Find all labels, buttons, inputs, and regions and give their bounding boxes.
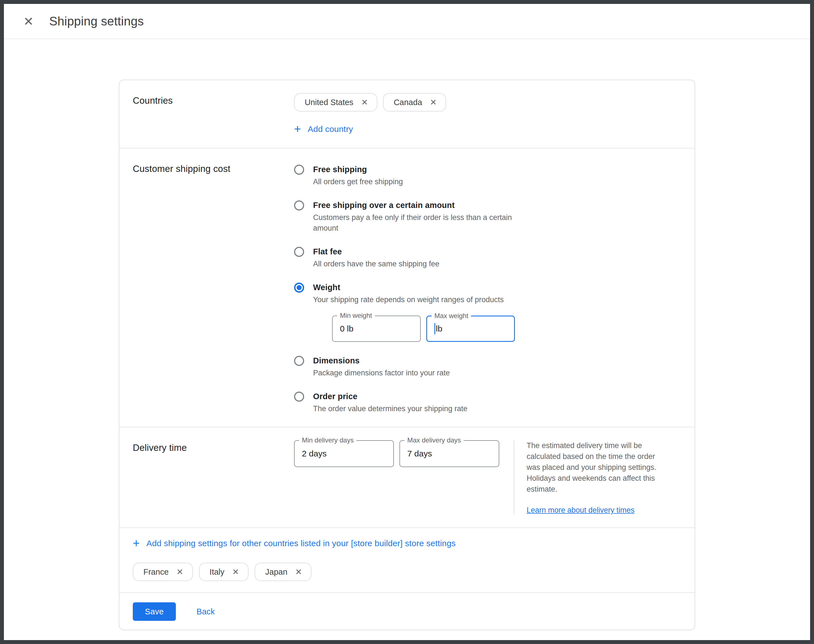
chip-label: Canada <box>394 98 422 107</box>
shipping-cost-options: Free shipping All orders get free shippi… <box>294 161 681 414</box>
max-weight-value: lb <box>434 323 442 334</box>
option-text: Free shipping All orders get free shippi… <box>313 164 403 187</box>
max-weight-suffix: lb <box>436 324 442 333</box>
option-description: All orders get free shipping <box>313 176 403 187</box>
other-countries-section: + Add shipping settings for other countr… <box>120 527 694 592</box>
country-chip-japan[interactable]: Japan ✕ <box>254 563 311 581</box>
chip-remove-icon[interactable]: ✕ <box>232 568 239 576</box>
option-title: Dimensions <box>313 355 450 366</box>
country-chip-france[interactable]: France ✕ <box>133 563 193 581</box>
radio-icon[interactable] <box>294 247 304 257</box>
radio-icon[interactable] <box>294 165 304 175</box>
chip-label: United States <box>305 98 353 107</box>
delivery-note: The estimated delivery time will be calc… <box>514 440 670 515</box>
min-delivery-days-value: 2 days <box>302 449 327 458</box>
country-chip-canada[interactable]: Canada ✕ <box>383 93 446 112</box>
option-description: All orders have the same shipping fee <box>313 259 440 269</box>
option-description: The order value determines your shipping… <box>313 403 468 414</box>
page-title: Shipping settings <box>49 14 144 28</box>
option-title: Flat fee <box>313 246 440 257</box>
countries-chip-row: United States ✕ Canada ✕ <box>294 93 681 112</box>
shipping-cost-section: Customer shipping cost Free shipping All… <box>120 148 694 427</box>
weight-fields: Min weight 0 lb Max weight lb <box>332 316 515 342</box>
countries-content: United States ✕ Canada ✕ + Add country <box>294 93 681 135</box>
option-dimensions[interactable]: Dimensions Package dimensions factor int… <box>294 355 681 378</box>
add-country-label: Add country <box>308 124 353 134</box>
max-delivery-days-label: Max delivery days <box>405 436 464 444</box>
add-country-button[interactable]: + Add country <box>294 123 353 135</box>
option-title: Free shipping <box>313 164 403 175</box>
chip-remove-icon[interactable]: ✕ <box>176 568 183 576</box>
option-text: Dimensions Package dimensions factor int… <box>313 355 450 378</box>
chip-remove-icon[interactable]: ✕ <box>295 568 302 576</box>
min-delivery-days-label: Min delivery days <box>299 436 356 444</box>
countries-section: Countries United States ✕ Canada ✕ <box>120 80 694 148</box>
max-delivery-days-field[interactable]: Max delivery days 7 days <box>399 440 499 467</box>
chip-label: Japan <box>265 567 287 577</box>
plus-icon: + <box>133 538 140 549</box>
min-weight-label: Min weight <box>337 312 375 319</box>
settings-card: Countries United States ✕ Canada ✕ <box>119 80 695 630</box>
back-button[interactable]: Back <box>196 607 215 616</box>
chip-remove-icon[interactable]: ✕ <box>361 98 368 106</box>
add-other-countries-button[interactable]: + Add shipping settings for other countr… <box>133 538 456 549</box>
text-cursor <box>434 323 435 334</box>
chip-label: France <box>143 567 169 577</box>
min-weight-field[interactable]: Min weight 0 lb <box>332 316 421 342</box>
chip-remove-icon[interactable]: ✕ <box>430 98 437 106</box>
shipping-cost-label: Customer shipping cost <box>133 161 294 414</box>
country-chip-united-states[interactable]: United States ✕ <box>294 93 377 112</box>
learn-more-link[interactable]: Learn more about delivery times <box>527 506 635 515</box>
countries-label: Countries <box>133 93 294 135</box>
min-weight-value: 0 lb <box>340 324 353 333</box>
delivery-time-label: Delivery time <box>133 440 294 515</box>
option-title: Order price <box>313 391 468 402</box>
option-weight[interactable]: Weight Your shipping rate depends on wei… <box>294 282 681 342</box>
option-description: Package dimensions factor into your rate <box>313 368 450 378</box>
dialog-header: ✕ Shipping settings <box>4 4 810 39</box>
card-footer: Save Back <box>120 592 694 630</box>
other-countries-chip-row: France ✕ Italy ✕ Japan ✕ <box>133 563 681 581</box>
country-chip-italy[interactable]: Italy ✕ <box>199 563 249 581</box>
max-weight-field[interactable]: Max weight lb <box>426 316 515 342</box>
radio-icon[interactable] <box>294 392 304 402</box>
delivery-time-section: Delivery time Min delivery days 2 days M… <box>120 427 694 527</box>
radio-selected-icon[interactable] <box>294 282 304 293</box>
option-text: Free shipping over a certain amount Cust… <box>313 200 526 233</box>
option-description: Customers pay a fee only if their order … <box>313 212 526 233</box>
dialog-body: Countries United States ✕ Canada ✕ <box>4 39 810 630</box>
option-title: Weight <box>313 282 515 293</box>
shipping-settings-dialog: ✕ Shipping settings Countries United Sta… <box>4 4 810 640</box>
option-free-shipping-over-amount[interactable]: Free shipping over a certain amount Cust… <box>294 200 681 233</box>
option-description: Your shipping rate depends on weight ran… <box>313 294 515 305</box>
option-order-price[interactable]: Order price The order value determines y… <box>294 391 681 414</box>
radio-icon[interactable] <box>294 201 304 210</box>
save-button[interactable]: Save <box>133 603 176 621</box>
max-weight-label: Max weight <box>432 312 471 320</box>
min-delivery-days-field[interactable]: Min delivery days 2 days <box>294 440 394 467</box>
add-other-countries-label: Add shipping settings for other countrie… <box>147 539 456 548</box>
chip-label: Italy <box>210 567 224 577</box>
plus-icon: + <box>294 123 301 135</box>
option-text: Order price The order value determines y… <box>313 391 468 414</box>
option-text: Flat fee All orders have the same shippi… <box>313 246 440 269</box>
shipping-cost-content: Free shipping All orders get free shippi… <box>294 161 681 414</box>
option-flat-fee[interactable]: Flat fee All orders have the same shippi… <box>294 246 681 269</box>
option-text: Weight Your shipping rate depends on wei… <box>313 282 515 342</box>
delivery-note-text: The estimated delivery time will be calc… <box>527 440 670 495</box>
option-title: Free shipping over a certain amount <box>313 200 526 210</box>
delivery-fields: Min delivery days 2 days Max delivery da… <box>294 440 499 515</box>
max-delivery-days-value: 7 days <box>407 449 432 458</box>
close-icon[interactable]: ✕ <box>21 14 36 29</box>
option-free-shipping[interactable]: Free shipping All orders get free shippi… <box>294 164 681 187</box>
window-frame: ✕ Shipping settings Countries United Sta… <box>0 0 814 644</box>
delivery-content: Min delivery days 2 days Max delivery da… <box>294 440 681 515</box>
radio-icon[interactable] <box>294 356 304 366</box>
